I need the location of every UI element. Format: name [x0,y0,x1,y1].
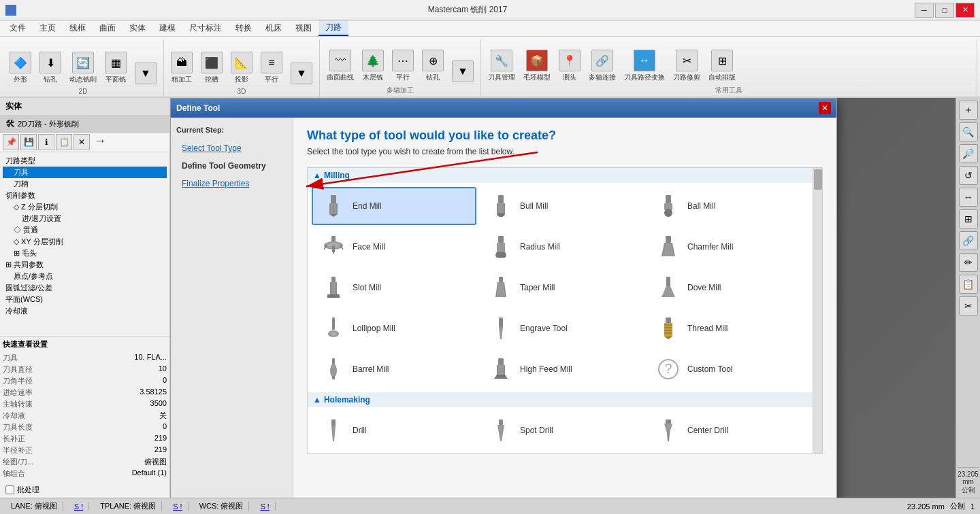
ribbon-btn-rough[interactable]: 🏔 粗加工 [168,50,195,86]
ribbon-btn-probe[interactable]: 📍 测头 [556,48,583,84]
maximize-button[interactable]: □ [935,3,954,18]
status-s3[interactable]: S ! [255,502,275,511]
menu-solid[interactable]: 实体 [122,21,152,35]
minimize-button[interactable]: ─ [915,3,934,18]
tool-custom[interactable]: ? Custom Tool [647,350,811,388]
tool-save[interactable]: 💾 [20,134,37,150]
tree-z-depth[interactable]: ◇ Z 分层切削 [3,201,167,213]
tree-origin[interactable]: 原点/参考点 [3,271,167,282]
tool-barrel-mill[interactable]: Barrel Mill [312,350,476,388]
tool-dove-mill[interactable]: Dove Mill [647,269,811,307]
menu-transform[interactable]: 转换 [229,21,259,35]
ribbon-btn-autoarrange[interactable]: ⊞ 自动排版 [706,48,738,84]
tree-arc-filter[interactable]: 圆弧过滤/公差 [3,282,167,294]
tool-high-feed-mill[interactable]: High Feed Mill [479,350,644,388]
tool-info[interactable]: ℹ [38,134,54,150]
menu-model[interactable]: 建模 [152,21,182,35]
close-button[interactable]: ✕ [956,3,975,18]
sidebar-pan-button[interactable]: ↔ [959,188,978,207]
nav-step-define-geometry[interactable]: Define Tool Geometry [176,157,287,175]
menu-dimension[interactable]: 尺寸标注 [182,21,229,35]
sidebar-edit-button[interactable]: ✏ [959,253,978,272]
tool-taper-mill[interactable]: Taper Mill [479,269,644,307]
tree-tool[interactable]: 刀具 [3,167,167,178]
menu-toolpath[interactable]: 刀路 [318,20,348,36]
ribbon-btn-woodmill[interactable]: 🌲 木层铣 [359,48,387,84]
content-area: # Define Tool ✕ Current Step: Select Too… [170,98,956,498]
tree-cut-params[interactable]: 切削参数 [3,190,167,201]
ribbon-btn-drill2[interactable]: ⊕ 钻孔 [419,48,446,84]
ribbon-btn-curvesurface[interactable]: 〰 曲面曲线 [324,48,357,84]
tool-copy[interactable]: 📋 [56,134,72,150]
sidebar-zoom-button[interactable]: 🔍 [959,122,978,141]
ribbon-more-3d[interactable]: ▼ [288,61,315,86]
tool-end-mill[interactable]: End Mill [312,187,476,225]
tree-tabs[interactable]: ⊞ 毛头 [3,247,167,259]
tree-holder[interactable]: 刀柄 [3,178,167,190]
tool-pin[interactable]: 📌 [3,134,19,150]
tool-chamfer-mill[interactable]: Chamfer Mill [647,228,811,266]
tree-plane[interactable]: 平面(WCS) [3,294,167,305]
tool-center-drill[interactable]: Center Drill [647,411,811,449]
ribbon-btn-project[interactable]: 📐 投影 [228,50,255,86]
nav-step-select-tool[interactable]: Select Tool Type [176,139,287,157]
menu-machine[interactable]: 机床 [259,21,289,35]
tree-entry-exit[interactable]: 进/退刀设置 [3,213,167,224]
batch-checkbox[interactable] [5,485,14,494]
ribbon-btn-pocket[interactable]: ⬛ 挖槽 [198,50,225,86]
ribbon-btn-transform[interactable]: ↔ 刀具路径变换 [621,48,668,84]
status-s1[interactable]: S ! [69,502,89,511]
sidebar-rotate-button[interactable]: ↺ [959,166,978,185]
scrollbar-thumb[interactable] [814,169,822,190]
milling-header[interactable]: ▲ Milling [308,168,822,183]
dialog-close-button[interactable]: ✕ [819,102,831,114]
status-s2[interactable]: S ! [167,502,188,511]
ribbon-btn-stock[interactable]: 📦 毛坯模型 [521,48,553,84]
tool-spot-drill[interactable]: Spot Drill [479,411,644,449]
ribbon-more-2d[interactable]: ▼ [132,61,159,86]
svg-marker-19 [662,243,675,256]
tool-bull-mill[interactable]: Bull Mill [479,187,644,225]
tool-lollipop-mill[interactable]: Lollipop Mill [312,309,476,347]
ribbon-btn-trim[interactable]: ✂ 刀路修剪 [670,48,703,84]
svg-rect-46 [332,376,335,379]
ribbon-btn-profile[interactable]: 🔷 外形 [7,50,34,86]
tree-coolant[interactable]: 冷却液 [3,305,167,317]
tool-slot-mill[interactable]: Slot Mill [312,269,476,307]
ribbon-btn-toolmgr[interactable]: 🔧 刀具管理 [485,48,518,84]
scrollbar-track[interactable] [813,168,822,453]
sidebar-plus-button[interactable]: ＋ [959,101,978,120]
tree-toolpath-type[interactable]: 刀路类型 [3,155,167,167]
ribbon-btn-multilink[interactable]: 🔗 多轴连接 [586,48,619,84]
ribbon-more-multiaxis[interactable]: ▼ [449,59,476,84]
tool-radius-mill[interactable]: Radius Mill [479,228,644,266]
menu-home[interactable]: 主页 [33,21,63,35]
holemaking-header[interactable]: ▲ Holemaking [308,392,822,407]
sidebar-fit-button[interactable]: ⊞ [959,209,978,228]
tree-xy-depth[interactable]: ◇ XY 分层切削 [3,236,167,247]
menu-file[interactable]: 文件 [3,21,33,35]
ribbon-btn-drill[interactable]: ⬇ 钻孔 [37,50,64,86]
sidebar-scissors-button[interactable]: ✂ [959,296,978,315]
svg-rect-57 [666,419,671,424]
tool-delete[interactable]: ✕ [74,134,90,150]
tool-engrave[interactable]: Engrave Tool [479,309,644,347]
menu-surface[interactable]: 曲面 [93,21,122,35]
sidebar-copy-button[interactable]: 📋 [959,275,978,294]
ribbon-btn-face[interactable]: ▦ 平面铣 [102,50,129,86]
measurement-unit: 公制 [958,485,979,495]
tool-drill[interactable]: Drill [312,411,476,449]
ribbon-btn-dynamic[interactable]: 🔄 动态铣削 [67,50,99,86]
sidebar-link-button[interactable]: 🔗 [959,231,978,250]
tree-through[interactable]: ◇ 贯通 [3,224,167,236]
nav-step-finalize[interactable]: Finalize Properties [176,175,287,192]
tool-thread-mill[interactable]: Thread Mill [647,309,811,347]
tool-face-mill[interactable]: Face Mill [312,228,476,266]
menu-view[interactable]: 视图 [289,21,318,35]
sidebar-zoomout-button[interactable]: 🔎 [959,144,978,163]
menu-wireframe[interactable]: 线框 [63,21,93,35]
tree-common[interactable]: ⊞ 共同参数 [3,259,167,271]
ribbon-btn-parallel2[interactable]: ⋯ 平行 [389,48,416,84]
ribbon-btn-parallel[interactable]: ≡ 平行 [258,50,285,86]
tool-ball-mill[interactable]: Ball Mill [647,187,811,225]
